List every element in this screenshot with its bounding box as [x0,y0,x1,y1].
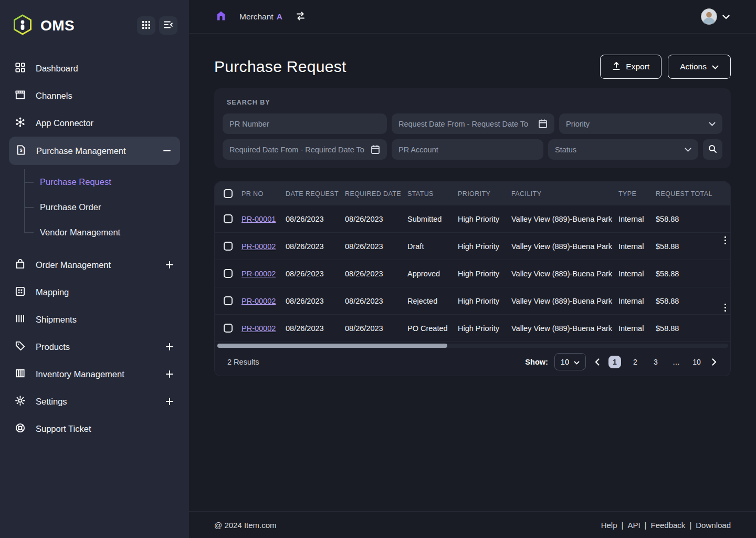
facility-cell: Valley View (889)-Buena Park [511,242,618,251]
sidebar-item-purchase-order[interactable]: Purchase Order [24,194,189,220]
brand-name: OMS [40,17,75,34]
table-header-row: PR NO DATE REQUEST REQUIRED DATE STATUS … [215,182,730,205]
apps-grid-button[interactable] [137,16,155,35]
sidebar-item-settings[interactable]: Settings [0,388,189,415]
page-button[interactable]: 10 [690,356,703,368]
brand-logo: OMS [13,14,75,37]
row-checkbox[interactable] [224,269,233,278]
pr-no-link[interactable]: PR-00001 [242,215,276,223]
search-button[interactable] [703,139,722,160]
sidebar-item-mapping[interactable]: Mapping [0,278,189,306]
status-cell: Submitted [407,215,458,223]
invoice-icon: $ [15,144,26,158]
pr-no-link[interactable]: PR-00002 [242,297,276,305]
page-content: Purchase Request Export Actions [189,34,756,511]
table-row: PR-00001 08/26/2023 08/26/2023 Submitted… [215,205,730,233]
oms-hexagon-logo-icon [13,14,33,37]
column-header: PR NO [242,190,286,198]
calendar-icon [538,119,548,129]
hub-icon [15,117,26,130]
tag-icon [15,340,26,354]
page-button[interactable]: 1 [608,356,621,368]
user-avatar[interactable] [701,8,717,25]
date-request-cell: 08/26/2023 [286,215,345,223]
actions-button[interactable]: Actions [668,55,731,79]
sidebar-item-shipments[interactable]: Shipments [0,306,189,333]
priority-placeholder: Priority [566,120,590,128]
column-header: REQUIRED DATE [345,190,407,198]
swap-merchant-icon[interactable] [295,11,306,23]
sidebar-item-channels[interactable]: Channels [0,82,189,109]
status-cell: Rejected [407,297,458,305]
merchant-switcher[interactable]: Merchant A [239,12,282,22]
type-cell: Internal [618,215,656,223]
app-window: OMS [0,0,756,538]
results-count: 2 Results [227,358,259,366]
next-page-icon[interactable] [711,358,718,366]
expand-plus-icon[interactable] [165,260,174,270]
collapse-menu-icon [163,20,173,30]
sidebar-item-dashboard[interactable]: Dashboard [0,55,189,82]
expand-plus-icon[interactable] [165,342,174,351]
expand-plus-icon[interactable] [165,397,174,406]
sidebar-item-products[interactable]: Products [0,333,189,360]
collapse-sidebar-button[interactable] [159,16,177,35]
gear-icon [15,395,26,408]
pr-no-link[interactable]: PR-00002 [242,270,276,278]
footer-separator: | [689,521,691,530]
status-placeholder: Status [555,146,576,154]
select-all-checkbox[interactable] [224,189,233,198]
export-button[interactable]: Export [600,55,662,79]
sidebar-item-purchase-request[interactable]: Purchase Request [24,169,189,194]
pr-no-link[interactable]: PR-00002 [242,242,276,251]
row-actions-kebab-icon[interactable] [721,235,729,245]
sidebar-item-label: Purchase Management [36,146,152,156]
page-button[interactable]: 2 [629,356,642,368]
sidebar-item-inventory-management[interactable]: Inventory Management [0,360,189,388]
pr-account-input[interactable] [398,146,537,154]
request-total-cell: $58.88 [656,324,730,333]
expand-plus-icon[interactable] [165,369,174,379]
footer-separator: | [622,521,624,530]
sidebar-item-support-ticket[interactable]: Support Ticket [0,415,189,442]
row-checkbox[interactable] [224,296,233,305]
sidebar-item-vendor-management[interactable]: Vendor Management [24,220,189,245]
status-select[interactable]: Status [548,139,698,160]
pagination: Show: 10 1 2 3 … [525,353,718,370]
collapse-minus-icon[interactable] [162,146,172,156]
footer-link[interactable]: Feedback [651,521,686,530]
sidebar-item-app-connector[interactable]: App Connector [0,109,189,137]
sidebar-item-purchase-management[interactable]: $ Purchase Management [9,137,180,165]
pr-no-link[interactable]: PR-00002 [242,324,276,333]
footer-link[interactable]: Download [696,521,731,530]
row-checkbox[interactable] [224,242,233,251]
priority-cell: High Priority [458,297,511,305]
page-title: Purchase Request [214,58,346,76]
merchant-label: Merchant [239,12,274,22]
pagination-ellipsis[interactable]: … [670,356,682,368]
priority-select[interactable]: Priority [559,113,722,134]
required-date-cell: 08/26/2023 [345,270,407,278]
sidebar-item-order-management[interactable]: Order Management [0,251,189,278]
request-date-range-field[interactable]: Request Date From - Request Date To [392,113,554,134]
date-request-cell: 08/26/2023 [286,270,345,278]
horizontal-scrollbar-thumb[interactable] [217,344,447,348]
shopping-bag-icon [15,258,26,272]
footer-link[interactable]: Help [601,521,617,530]
previous-page-icon[interactable] [594,358,601,366]
footer-link[interactable]: API [627,521,640,530]
table-footer: 2 Results Show: 10 1 2 [215,348,730,376]
export-upload-icon [612,61,621,73]
required-date-range-field[interactable]: Required Date From - Required Date To [223,139,387,160]
row-actions-kebab-icon[interactable] [721,303,729,313]
home-icon[interactable] [215,10,227,23]
page-button[interactable]: 3 [649,356,662,368]
column-header: STATUS [407,190,458,198]
dashboard-icon [15,62,26,75]
pr-number-input[interactable] [229,120,380,128]
user-menu[interactable] [701,8,730,25]
page-size-select[interactable]: 10 [554,353,586,370]
row-checkbox[interactable] [224,214,233,223]
row-checkbox[interactable] [224,324,233,333]
pr-number-field-wrap [223,113,387,134]
